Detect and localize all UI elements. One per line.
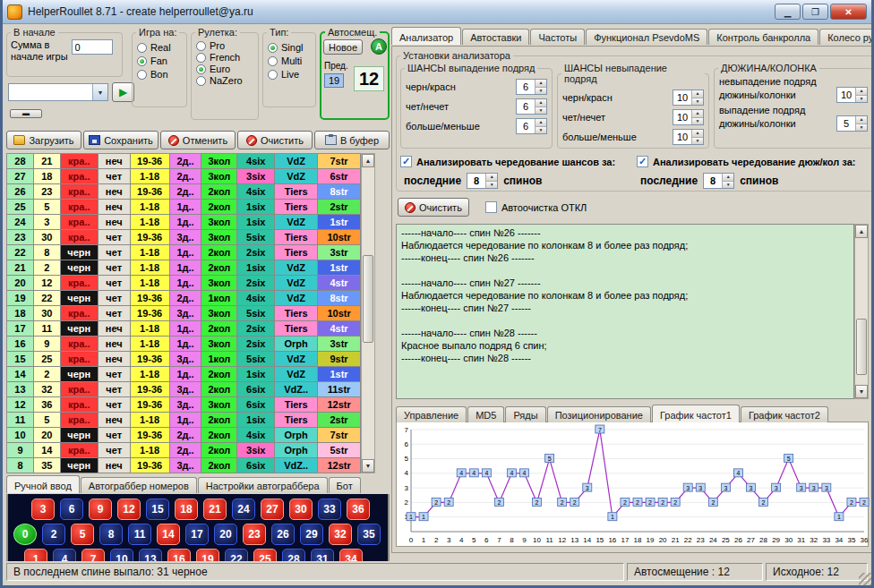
radio-option-Singl[interactable]: Singl (268, 42, 311, 53)
number-button-14[interactable]: 14 (157, 524, 180, 545)
a-badge-button[interactable]: A (371, 38, 387, 55)
history-row[interactable]: 1922чернчет19-362д..1кол4sixVdZ8str (7, 291, 361, 306)
number-button-35[interactable]: 35 (357, 524, 381, 545)
radio-option-Real[interactable]: Real (137, 42, 182, 53)
numbers-combobox[interactable]: ▼ (8, 83, 108, 101)
spinner-up-icon[interactable]: ▲ (486, 174, 497, 181)
number-button-32[interactable]: 32 (329, 524, 352, 545)
analysis-log-text[interactable]: ------начало---- спин №26 ------- Наблюд… (396, 224, 854, 399)
tab-График частот1[interactable]: График частот1 (652, 405, 740, 422)
tab-График частот2[interactable]: График частот2 (741, 406, 828, 422)
history-row[interactable]: 1830кра..чет19-363д..3кол5sixTiers10str (7, 306, 361, 321)
tab-Автограббер номеров[interactable]: Автограббер номеров (81, 477, 197, 493)
save-button[interactable]: Сохранить (83, 131, 159, 149)
tab-MD5[interactable]: MD5 (467, 406, 504, 422)
maximize-button[interactable]: ❐ (802, 4, 828, 20)
number-button-5[interactable]: 5 (71, 524, 94, 545)
number-button-23[interactable]: 23 (243, 524, 266, 545)
spinner-down-icon[interactable]: ▼ (723, 181, 733, 189)
history-row[interactable]: 2718кра..чет1-182д..3кол3sixVdZ6str (7, 169, 361, 184)
number-button-29[interactable]: 29 (300, 524, 323, 545)
tab-Бот[interactable]: Бот (329, 477, 361, 493)
number-button-21[interactable]: 21 (203, 499, 227, 520)
number-button-8[interactable]: 8 (99, 524, 123, 545)
spinner[interactable]: 6▲▼ (516, 118, 547, 134)
history-row[interactable]: 914кра..чет1-182д..2кол3sixOrph5str (7, 443, 361, 458)
history-row[interactable]: 255кра..неч1-181д..2кол1sixTiers2str (7, 200, 361, 215)
number-button-36[interactable]: 36 (347, 499, 370, 520)
number-button-20[interactable]: 20 (214, 524, 237, 545)
collapse-button[interactable]: ▬ (10, 109, 42, 118)
spinner[interactable]: 10▲▼ (673, 109, 704, 125)
table-scrollbar[interactable]: ▲ ▼ (361, 153, 375, 473)
spinner-down-icon[interactable]: ▼ (536, 107, 546, 115)
start-sum-input[interactable] (72, 39, 113, 55)
resize-grip[interactable] (859, 573, 871, 585)
number-button-0[interactable]: 0 (13, 524, 37, 545)
spinner-down-icon[interactable]: ▼ (856, 95, 867, 103)
radio-option-French[interactable]: French (196, 52, 253, 63)
number-button-17[interactable]: 17 (185, 524, 209, 545)
number-button-30[interactable]: 30 (289, 499, 313, 520)
scroll-down-icon[interactable]: ▼ (855, 385, 868, 398)
spinner-up-icon[interactable]: ▲ (536, 119, 546, 126)
chevron-down-icon[interactable]: ▼ (92, 84, 107, 100)
spinner[interactable]: 8▲▼ (703, 173, 734, 189)
spinner-up-icon[interactable]: ▲ (856, 116, 867, 124)
history-row[interactable]: 835черннеч19-363д..2кол6sixVdZ..12str (7, 458, 361, 473)
tab-Анализатор[interactable]: Анализатор (391, 27, 461, 45)
number-button-27[interactable]: 27 (261, 499, 284, 520)
history-row[interactable]: 169кра..неч1-181д..3кол2sixOrph3str (7, 337, 361, 352)
cancel-button[interactable]: Отменить (160, 131, 236, 149)
new-button[interactable]: Новое (323, 39, 363, 55)
clipboard-button[interactable]: В буфер (314, 131, 390, 149)
spinner-down-icon[interactable]: ▼ (692, 117, 703, 125)
tab-Контроль банкролла[interactable]: Контроль банкролла (708, 29, 818, 45)
spinner-up-icon[interactable]: ▲ (692, 90, 703, 98)
history-row[interactable]: 1525кра..неч19-363д..1кол5sixVdZ9str (7, 352, 361, 367)
scroll-thumb[interactable] (856, 319, 867, 374)
open-folder-button[interactable]: Загрузить (6, 131, 81, 149)
history-row[interactable]: 1332кра..чет19-363д..2кол6sixVdZ..11str (7, 382, 361, 397)
radio-option-NaZero[interactable]: NaZero (196, 75, 253, 86)
radio-option-Bon[interactable]: Bon (137, 69, 182, 80)
history-row[interactable]: 2012кра..чет1-181д..3кол2sixVdZ4str (7, 276, 361, 291)
history-row[interactable]: 2821кра..неч19-362д..3кол4sixVdZ7str (7, 154, 361, 169)
alt-dozens-checkbox[interactable] (637, 156, 648, 167)
spinner[interactable]: 10▲▼ (673, 129, 704, 145)
tab-Позиционирование[interactable]: Позиционирование (547, 406, 651, 422)
number-button-6[interactable]: 6 (60, 499, 83, 520)
spinner-down-icon[interactable]: ▼ (486, 181, 497, 189)
number-button-2[interactable]: 2 (42, 524, 65, 545)
number-button-3[interactable]: 3 (31, 499, 55, 520)
history-row[interactable]: 228чернчет1-181д..2кол2sixTiers3str (7, 245, 361, 260)
clear-red-button[interactable]: Очистить (237, 131, 313, 149)
radio-option-Pro[interactable]: Pro (196, 40, 253, 51)
number-button-26[interactable]: 26 (271, 524, 295, 545)
spinner-up-icon[interactable]: ▲ (536, 99, 546, 107)
number-button-12[interactable]: 12 (117, 499, 141, 520)
alt-chances-checkbox[interactable] (400, 156, 412, 167)
spinner[interactable]: 6▲▼ (516, 79, 547, 95)
number-button-24[interactable]: 24 (232, 499, 255, 520)
history-row[interactable]: 115кра..неч1-181д..2кол1sixTiers2str (7, 413, 361, 428)
spinner-down-icon[interactable]: ▼ (536, 87, 546, 95)
number-button-18[interactable]: 18 (175, 499, 198, 520)
scroll-down-icon[interactable]: ▼ (362, 459, 374, 473)
scroll-thumb[interactable] (363, 255, 373, 343)
spinner-up-icon[interactable]: ▲ (692, 130, 703, 137)
tab-Функционал PsevdoMS[interactable]: Функционал PsevdoMS (586, 29, 707, 45)
tab-Управление[interactable]: Управление (396, 406, 467, 422)
spinner[interactable]: 8▲▼ (467, 173, 498, 189)
tab-Настройки автограббера[interactable]: Настройки автограббера (198, 477, 328, 493)
tab-Частоты[interactable]: Частоты (530, 29, 585, 45)
autoclean-checkbox[interactable] (485, 201, 497, 213)
spinner-up-icon[interactable]: ▲ (692, 110, 703, 117)
history-row[interactable]: 243кра..неч1-181д..3кол1sixVdZ1str (7, 215, 361, 230)
scroll-up-icon[interactable]: ▲ (855, 225, 868, 238)
tab-Колесо ру[interactable]: Колесо ру (819, 29, 874, 45)
history-row[interactable]: 1711черннеч1-181д..2кол2sixTiers4str (7, 321, 361, 337)
tab-Ручной ввод[interactable]: Ручной ввод (6, 475, 80, 493)
titlebar[interactable]: HelperRoullet 8.71 - create helperroulle… (3, 0, 871, 24)
number-button-33[interactable]: 33 (318, 499, 341, 520)
